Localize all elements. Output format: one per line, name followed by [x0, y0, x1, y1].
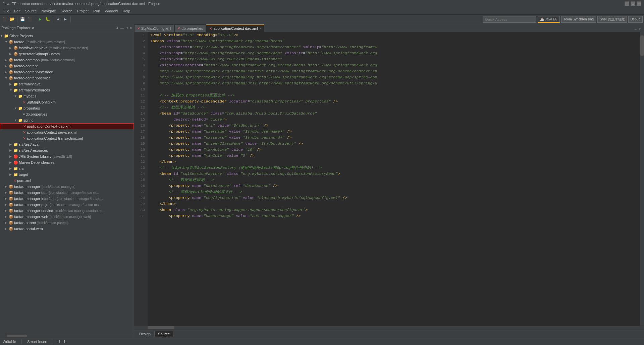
code-editor[interactable]: <?xml version="1.0" encoding="UTF-8"?> <… — [148, 32, 640, 326]
tree-item-2[interactable]: ▶📦fastdfs-client-java[fastdfs-client-jav… — [0, 45, 134, 51]
menu-navigate[interactable]: Navigate — [40, 8, 58, 14]
tree-item-0[interactable]: ▼📁Other Projects — [0, 33, 134, 39]
tree-item-28[interactable]: ▶📦taotao-manager-pojo[trunk/taotao-manag… — [0, 202, 134, 208]
project-icon: 📦 — [9, 215, 13, 219]
scrollbar-thumb-vertical[interactable] — [640, 36, 644, 56]
tree-item-13[interactable]: ≡db.properties — [0, 111, 134, 117]
minimize-button[interactable]: _ — [625, 1, 629, 6]
forward-button[interactable]: ▶ — [62, 16, 69, 23]
max-btn[interactable]: □ — [125, 26, 128, 30]
tree-item-7[interactable]: ▼📦taotao-content-service — [0, 75, 134, 81]
tree-item-19[interactable]: ▶📁src/test/resources — [0, 147, 134, 153]
tree-item-23[interactable]: ▶📁target — [0, 171, 134, 178]
debug-button[interactable]: 🐛 — [44, 16, 51, 23]
save-button[interactable]: 💾 — [19, 16, 26, 23]
code-line-24: <bean id="sqlSessionFactory" class="org.… — [150, 171, 640, 177]
maximize-button[interactable]: □ — [631, 1, 635, 6]
tab-dbproperties[interactable]: ✕ db.properties — [174, 24, 206, 32]
tree-item-29[interactable]: ▶📦taotao-manager-service[trunk/taotao-ma… — [0, 208, 134, 214]
menu-source[interactable]: Source — [23, 8, 39, 14]
collapse-btn[interactable]: ⬇ — [115, 26, 119, 30]
quick-access-input[interactable] — [483, 16, 536, 23]
tree-label: taotao-content — [14, 64, 38, 68]
tree-item-11[interactable]: ✕SqlMapConfig.xml — [0, 99, 134, 105]
project-icon: 📦 — [9, 191, 13, 195]
line-num-24: 24 — [137, 171, 145, 177]
tree-item-30[interactable]: ▶📦taotao-manager-web[trunk/taotao-manage… — [0, 214, 134, 220]
menu-run[interactable]: Run — [91, 8, 102, 14]
tab-source[interactable]: Source — [154, 331, 173, 337]
tree-sublabel: [fastdfs-client-java master] — [49, 46, 88, 50]
xml-icon: ✕ — [23, 100, 26, 105]
tree-item-27[interactable]: ▶📦taotao-manager-interface[trunk/taotao-… — [0, 196, 134, 202]
editor-maximize-btn[interactable]: □ — [638, 27, 643, 32]
tree-label: src/test/java — [19, 142, 39, 146]
tab-dao-close[interactable]: × — [259, 27, 261, 30]
menu-search[interactable]: Search — [59, 8, 74, 14]
tree-item-5[interactable]: ▶📦taotao-content — [0, 63, 134, 69]
tree-item-20[interactable]: ▶🔴JRE System Library[JavaSE-1.8] — [0, 153, 134, 159]
tree-item-16[interactable]: ✕applicationContext-service.xml — [0, 129, 134, 135]
menu-help[interactable]: Help — [120, 8, 132, 14]
perspective-team-sync[interactable]: Team Synchronizing — [561, 16, 596, 23]
code-line-15: destroy-method="close"> — [150, 117, 640, 123]
tree-label: taotao-manager-web — [14, 215, 48, 219]
close-panel-btn[interactable]: × — [129, 26, 132, 30]
menubar: File Edit Source Navigate Search Project… — [0, 7, 644, 15]
run-button[interactable]: ▶ — [37, 16, 44, 23]
tree-label: taotao-manager — [14, 185, 40, 189]
tree-item-15[interactable]: ✕applicationContext-dao.xml — [0, 123, 134, 129]
project-icon: 📦 — [9, 76, 13, 80]
tree-item-9[interactable]: ▼📁src/main/resources — [0, 87, 134, 93]
tree-item-12[interactable]: ▼📁properties — [0, 105, 134, 111]
minimize-btn[interactable]: — — [120, 26, 124, 30]
tree-arrow: ▼ — [5, 40, 9, 44]
perspective-java-ee[interactable]: ☕ Java EE — [538, 16, 560, 23]
tree-item-18[interactable]: ▶📁src/test/java — [0, 141, 134, 147]
tree-item-32[interactable]: ▶📦taotao-portal-web — [0, 226, 134, 232]
tree-item-26[interactable]: ▶📦taotao-manager-dao[trunk/taotao-manage… — [0, 190, 134, 196]
new-button[interactable]: ⬛ — [1, 16, 8, 23]
menu-window[interactable]: Window — [103, 8, 120, 14]
tree-item-10[interactable]: ▼📁mybatis — [0, 93, 134, 99]
tree-item-25[interactable]: ▶📦taotao-manager[trunk/taotao-manager] — [0, 184, 134, 190]
editor-horizontal-scrollbar[interactable] — [134, 326, 644, 330]
project-icon: 📦 — [9, 58, 13, 62]
perspective-debug[interactable]: Debug — [628, 16, 643, 23]
open-button[interactable]: 📂 — [9, 16, 15, 23]
tree-item-31[interactable]: ▶📦taotao-parent[trunk/taotao-parent] — [0, 220, 134, 226]
save-all-button[interactable]: ⬛ — [26, 16, 33, 23]
line-num-4: 4 — [137, 50, 145, 56]
scrollbar-thumb-horizontal[interactable] — [148, 326, 174, 329]
editor-vertical-scrollbar[interactable] — [640, 32, 644, 326]
left-scrollbar-thumb[interactable] — [7, 335, 27, 337]
tree-label: Maven Dependencies — [19, 160, 54, 164]
line-num-7: 7 — [137, 68, 145, 74]
xml-icon: ✕ — [13, 179, 16, 183]
status-insert-mode: Smart Insert — [27, 340, 47, 344]
code-line-23: <!-- 让Spring管理SqlSessionFactory（使用的是MyBa… — [150, 165, 640, 171]
tree-item-22[interactable]: ▶📁src — [0, 165, 134, 171]
tree-item-14[interactable]: ▼📁spring — [0, 117, 134, 123]
file-tree[interactable]: ▼📁Other Projects▼📦taotao[fastdfs-client-… — [0, 32, 134, 334]
tree-item-24[interactable]: ✕pom.xml — [0, 178, 134, 184]
tab-design[interactable]: Design — [136, 331, 154, 337]
perspective-svn[interactable]: SVN 资源库研究 — [597, 16, 627, 23]
tree-item-21[interactable]: ▶🔴Maven Dependencies — [0, 159, 134, 165]
line-num-5: 5 — [137, 56, 145, 62]
tab-applicationcontext-dao[interactable]: ✕ applicationContext-dao.xml × — [206, 24, 264, 32]
menu-project[interactable]: Project — [75, 8, 91, 14]
tree-item-6[interactable]: ▶📦taotao-content-interface — [0, 69, 134, 75]
close-button[interactable]: × — [637, 1, 641, 6]
menu-edit[interactable]: Edit — [12, 8, 22, 14]
editor-minimize-btn[interactable]: — — [633, 27, 638, 32]
tree-item-17[interactable]: ✕applicationContext-transaction.xml — [0, 135, 134, 141]
tree-item-4[interactable]: ▶📦taotao-common[trunk/taotao-common] — [0, 57, 134, 63]
left-panel-scrollbar[interactable] — [0, 334, 134, 338]
tree-item-3[interactable]: ▶📦generatorSqlmapCustom — [0, 51, 134, 57]
menu-file[interactable]: File — [1, 8, 11, 14]
tree-item-1[interactable]: ▼📦taotao[fastdfs-client-java master] — [0, 39, 134, 45]
back-button[interactable]: ◀ — [55, 16, 61, 23]
tab-sqlmapconfig[interactable]: ✕ SqlMapConfig.xml — [134, 24, 174, 32]
tree-item-8[interactable]: ▶📁src/main/java — [0, 81, 134, 87]
